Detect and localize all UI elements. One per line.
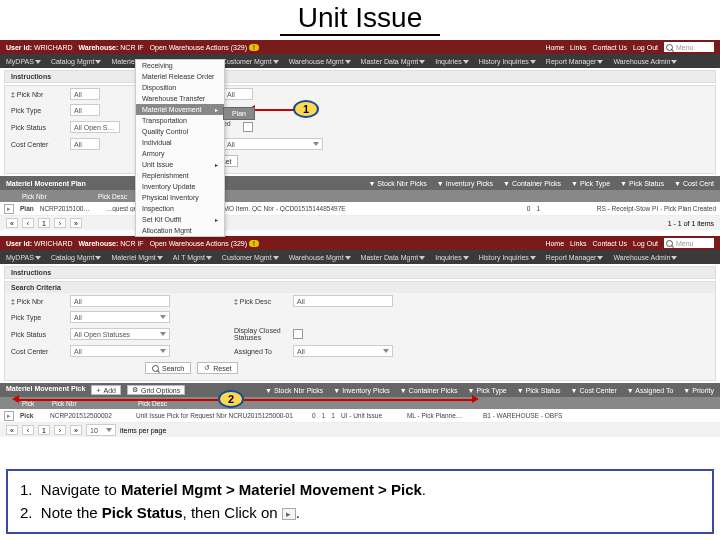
filter[interactable]: ▼ Cost Cent [674, 180, 714, 187]
nav-ait[interactable]: AI T Mgmt [173, 254, 212, 261]
nav-customer[interactable]: Customer Mgmt [222, 254, 279, 261]
menu-item[interactable]: Receiving [136, 60, 224, 71]
reset-button[interactable]: ↺Reset [197, 362, 238, 374]
nav-mydpas[interactable]: MyDPAS [6, 58, 41, 65]
cost-center-field[interactable]: All [70, 138, 100, 150]
nav-logout[interactable]: Log Out [633, 240, 658, 247]
nav-logout[interactable]: Log Out [633, 44, 658, 51]
assigned-field[interactable]: All [223, 138, 323, 150]
pick-nbr-field[interactable]: All [70, 295, 170, 307]
page-first-icon[interactable]: « [6, 218, 18, 228]
open-actions[interactable]: Open Warehouse Actions (329) ! [150, 240, 259, 247]
menu-item[interactable]: Transportation [136, 115, 224, 126]
pick-status-label: Pick Status [11, 124, 66, 131]
search-button[interactable]: Search [145, 362, 191, 374]
assigned-field[interactable]: All [293, 345, 393, 357]
dcs-checkbox[interactable] [293, 329, 303, 339]
open-actions[interactable]: Open Warehouse Actions (329) ! [150, 44, 259, 51]
filter[interactable]: ▼ Pick Type [468, 387, 507, 394]
menu-item[interactable]: Set Kit Outfit▸ [136, 214, 224, 225]
menu-item[interactable]: Disposition [136, 82, 224, 93]
page-last-icon[interactable]: » [70, 218, 82, 228]
table-row[interactable]: ▸ Pick NCRP201512500002 Unit Issue Pick … [0, 409, 720, 423]
page-next-icon[interactable]: › [54, 425, 66, 435]
page-first-icon[interactable]: « [6, 425, 18, 435]
filter[interactable]: ▼ Assigned To [627, 387, 674, 394]
page-prev-icon[interactable]: ‹ [22, 218, 34, 228]
menu-search[interactable]: Menu [664, 42, 714, 52]
nav-report[interactable]: Report Manager [546, 254, 604, 261]
nav-master[interactable]: Master Data Mgmt [361, 58, 426, 65]
filter[interactable]: ▼ Inventory Picks [333, 387, 389, 394]
pick-desc-field[interactable]: All [293, 295, 393, 307]
filter[interactable]: ▼ Container Picks [503, 180, 561, 187]
nav-customer[interactable]: Customer Mgmt [222, 58, 279, 65]
nav-history[interactable]: History Inquiries [479, 58, 536, 65]
menu-item[interactable]: Armory [136, 148, 224, 159]
cost-center-label: Cost Center [11, 141, 66, 148]
page-next-icon[interactable]: › [54, 218, 66, 228]
page-current: 1 [38, 425, 50, 435]
menu-item[interactable]: Physical Inventory [136, 192, 224, 203]
filter[interactable]: ▼ Container Picks [400, 387, 458, 394]
menu-item[interactable]: Unit Issue▸ [136, 159, 224, 170]
filter[interactable]: ▼ Stock Nbr Picks [265, 387, 323, 394]
menu-item[interactable]: Allocation Mgmt [136, 225, 224, 236]
nav-home[interactable]: Home [545, 44, 564, 51]
nav-links[interactable]: Links [570, 44, 586, 51]
nav-inquiries[interactable]: Inquiries [435, 58, 468, 65]
nav-whadmin[interactable]: Warehouse Admin [613, 254, 677, 261]
grid-options-button[interactable]: ⚙ Grid Options [127, 385, 185, 395]
flyout-plan[interactable]: Plan [223, 107, 255, 120]
nav-catalog[interactable]: Catalog Mgmt [51, 254, 102, 261]
filter[interactable]: ▼ Pick Status [517, 387, 561, 394]
dcs-checkbox[interactable] [243, 122, 253, 132]
menu-item[interactable]: Inventory Update [136, 181, 224, 192]
filter[interactable]: ▼ Stock Nbr Picks [368, 180, 426, 187]
expand-icon[interactable]: ▸ [4, 204, 14, 214]
menu-item[interactable]: Inspection [136, 203, 224, 214]
nav-inquiries[interactable]: Inquiries [435, 254, 468, 261]
nav-catalog[interactable]: Catalog Mgmt [51, 58, 102, 65]
filter[interactable]: ▼ Pick Status [620, 180, 664, 187]
nav-links[interactable]: Links [570, 240, 586, 247]
filter[interactable]: ▼ Inventory Picks [437, 180, 493, 187]
nav-materiel[interactable]: Materiel Mgmt [111, 254, 162, 261]
menu-item-selected[interactable]: Materiel Movement▸ [136, 104, 224, 115]
nav-contact[interactable]: Contact Us [592, 240, 627, 247]
page-last-icon[interactable]: » [70, 425, 82, 435]
results-grid-2: Materiel Movement Pick + Add ⚙ Grid Opti… [0, 383, 720, 437]
menu-item[interactable]: Warehouse Transfer [136, 93, 224, 104]
pick-type-field[interactable]: All [70, 311, 170, 323]
cost-center-field[interactable]: All [70, 345, 170, 357]
per-page-field[interactable]: 10 [86, 424, 116, 436]
nav-warehouse[interactable]: Warehouse Mgmt [289, 58, 351, 65]
filter[interactable]: ▼ Pick Type [571, 180, 610, 187]
menu-item[interactable]: Replenishment [136, 170, 224, 181]
menu-item[interactable]: Materiel Release Order [136, 71, 224, 82]
pick-status-field[interactable]: All Open Statuses [70, 328, 170, 340]
page-prev-icon[interactable]: ‹ [22, 425, 34, 435]
nav-mydpas[interactable]: MyDPAS [6, 254, 41, 261]
menu-item[interactable]: Individual [136, 137, 224, 148]
nav-master[interactable]: Master Data Mgmt [361, 254, 426, 261]
nav-home[interactable]: Home [545, 240, 564, 247]
add-button[interactable]: + Add [91, 385, 121, 395]
pick-desc-field[interactable]: All [223, 88, 253, 100]
menu-item[interactable]: Quality Control [136, 126, 224, 137]
pick-status-field[interactable]: All Open Statuses [70, 121, 120, 133]
nav-warehouse[interactable]: Warehouse Mgmt [289, 254, 351, 261]
nav-report[interactable]: Report Manager [546, 58, 604, 65]
nav-whadmin[interactable]: Warehouse Admin [613, 58, 677, 65]
pick-nbr-label: ‡ Pick Nbr [11, 298, 66, 305]
table-row[interactable]: ▸ Plan NCRP2015100… …quest generated fro… [0, 202, 720, 216]
filter[interactable]: ▼ Cost Center [571, 387, 617, 394]
nav-history[interactable]: History Inquiries [479, 254, 536, 261]
menu-search[interactable]: Menu [664, 238, 714, 248]
nav-contact[interactable]: Contact Us [592, 44, 627, 51]
filter[interactable]: ▼ Priority [683, 387, 714, 394]
grid-title: Materiel Movement Pick [6, 385, 85, 395]
expand-icon[interactable]: ▸ [4, 411, 14, 421]
pick-nbr-field[interactable]: All [70, 88, 100, 100]
pick-type-field[interactable]: All [70, 104, 100, 116]
